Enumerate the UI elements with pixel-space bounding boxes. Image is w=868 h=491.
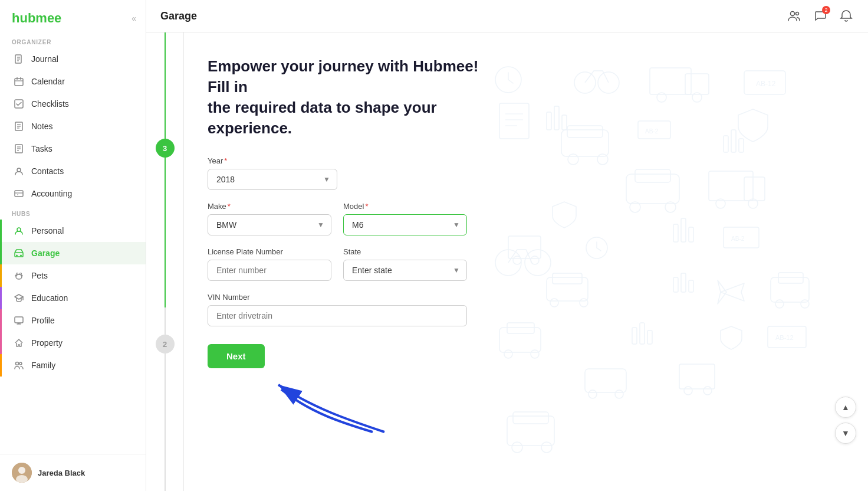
user-name: Jareda Black — [38, 469, 85, 477]
sidebar-item-notes[interactable]: Notes — [0, 115, 146, 138]
plate-input[interactable] — [208, 260, 331, 281]
sidebar-item-checklists[interactable]: Checklists — [0, 93, 146, 115]
sidebar-item-journal[interactable]: Journal — [0, 48, 146, 70]
step-3-circle: 3 — [156, 139, 175, 158]
svg-rect-67 — [739, 139, 744, 152]
sidebar-item-contacts[interactable]: Contacts — [0, 160, 146, 182]
profile-icon — [14, 315, 24, 326]
year-select[interactable]: 2018 2017 2019 2020 — [208, 169, 337, 190]
svg-rect-31 — [15, 317, 23, 323]
svg-point-99 — [801, 300, 809, 308]
vin-label: VIN Number — [208, 293, 467, 302]
form-area: AB-12 — [184, 32, 868, 491]
svg-point-103 — [531, 350, 539, 358]
make-field: Make* BMW Toyota Ford ▼ — [208, 202, 331, 235]
collapse-button[interactable]: « — [131, 14, 136, 23]
svg-rect-52 — [499, 103, 529, 139]
svg-rect-95 — [689, 280, 693, 292]
sidebar-item-label: Calendar — [31, 77, 65, 86]
svg-point-102 — [504, 350, 512, 358]
svg-point-39 — [791, 12, 795, 16]
checklists-icon — [14, 99, 24, 109]
svg-point-34 — [16, 362, 19, 365]
sidebar-item-property[interactable]: Property — [0, 332, 146, 354]
svg-rect-66 — [731, 130, 736, 152]
model-field: Model* M6 M3 X5 ▼ — [343, 202, 467, 235]
vin-field-row: VIN Number — [208, 293, 467, 326]
next-button[interactable]: Next — [208, 344, 265, 368]
svg-point-76 — [716, 199, 725, 208]
sidebar-item-tasks[interactable]: Tasks — [0, 138, 146, 160]
sidebar-item-personal[interactable]: Personal — [0, 220, 146, 242]
svg-point-91 — [550, 299, 558, 307]
svg-point-73 — [665, 202, 676, 212]
sidebar-item-label: Garage — [31, 248, 60, 258]
svg-rect-105 — [640, 323, 645, 344]
sidebar-item-profile[interactable]: Profile — [0, 309, 146, 332]
svg-point-110 — [588, 390, 597, 398]
svg-point-113 — [684, 387, 692, 395]
sidebar-item-accounting[interactable]: Accounting — [0, 182, 146, 205]
svg-rect-101 — [507, 323, 534, 333]
scroll-down-button[interactable]: ▼ — [835, 423, 856, 444]
accounting-icon — [14, 188, 24, 199]
svg-point-17 — [17, 168, 21, 172]
app-logo: hubmee — [12, 11, 61, 26]
make-required: * — [228, 202, 231, 211]
organizer-section-label: ORGANIZER — [0, 33, 146, 48]
scroll-up-button[interactable]: ▲ — [835, 397, 856, 418]
chat-badge: 2 — [822, 6, 830, 14]
svg-point-61 — [568, 154, 578, 165]
svg-point-45 — [598, 72, 619, 93]
progress-fill — [165, 32, 166, 307]
model-label: Model* — [343, 202, 467, 211]
make-select[interactable]: BMW Toyota Ford — [208, 214, 331, 235]
svg-rect-107 — [768, 326, 806, 348]
sidebar-item-calendar[interactable]: Calendar — [0, 70, 146, 93]
svg-rect-94 — [681, 273, 686, 292]
state-field: State Enter state California New York Te… — [343, 247, 467, 281]
sidebar-item-label: Journal — [31, 54, 58, 64]
svg-point-114 — [703, 387, 712, 395]
garage-icon — [14, 248, 24, 258]
state-select[interactable]: Enter state California New York Texas — [343, 260, 467, 281]
svg-text:AB-12: AB-12 — [756, 80, 776, 88]
svg-rect-74 — [709, 171, 753, 201]
chat-icon[interactable]: 2 — [813, 8, 828, 24]
svg-rect-47 — [685, 74, 709, 94]
svg-point-72 — [630, 202, 640, 212]
calendar-icon — [14, 76, 24, 87]
sidebar-item-pets[interactable]: Pets — [0, 264, 146, 287]
svg-rect-115 — [507, 416, 554, 446]
scroll-controls: ▲ ▼ — [835, 397, 856, 444]
sidebar-item-education[interactable]: Education — [0, 287, 146, 309]
sidebar-item-label: Contacts — [31, 166, 64, 176]
tasks-icon — [14, 143, 24, 154]
model-required: * — [365, 202, 368, 211]
svg-rect-57 — [554, 106, 559, 130]
bell-icon[interactable] — [839, 8, 854, 24]
background-decoration: AB-12 — [455, 32, 868, 491]
svg-rect-96 — [771, 277, 809, 302]
sidebar-item-garage[interactable]: Garage — [0, 242, 146, 264]
journal-icon — [14, 54, 24, 64]
vin-input[interactable] — [208, 305, 467, 326]
svg-rect-104 — [632, 328, 637, 344]
svg-point-69 — [525, 250, 551, 276]
model-select-wrapper: M6 M3 X5 ▼ — [343, 214, 467, 235]
main-header: Garage 2 — [146, 0, 868, 32]
svg-point-81 — [586, 237, 607, 258]
sidebar-item-label: Education — [31, 293, 68, 303]
form-heading: Empower your journey with Hubmee! Fill i… — [208, 56, 491, 139]
main-content: Garage 2 3 2 — [146, 0, 868, 491]
svg-rect-63 — [638, 121, 670, 139]
sidebar: hubmee « ORGANIZER Journal Calendar Chec… — [0, 0, 146, 491]
plate-label: License Plate Number — [208, 247, 331, 256]
chevron-down-icon: ▼ — [841, 428, 850, 438]
users-icon[interactable] — [787, 8, 802, 24]
sidebar-item-label: Accounting — [31, 189, 72, 198]
sidebar-item-family[interactable]: Family — [0, 354, 146, 377]
svg-point-62 — [597, 154, 608, 165]
svg-rect-87 — [724, 227, 759, 248]
model-select[interactable]: M6 M3 X5 — [343, 214, 467, 235]
